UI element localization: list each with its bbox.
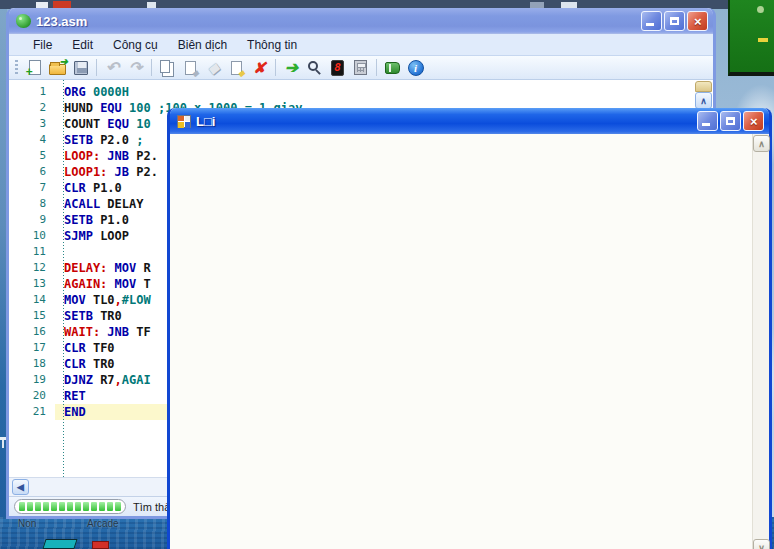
minimize-icon [646,23,654,26]
line-number: 10 [9,228,55,244]
splitter-grip[interactable] [695,81,712,92]
line-number: 16 [9,324,55,340]
toolbar-separator [275,59,276,76]
menu-item-file[interactable]: File [23,36,62,54]
line-number: 4 [9,132,55,148]
form-icon [177,115,191,128]
line-number: 19 [9,372,55,388]
line-number: 12 [9,260,55,276]
close-icon: × [750,115,758,128]
scroll-left-button[interactable]: ◀ [12,479,29,495]
menu-item-cong-cu[interactable]: Công cụ [103,36,168,54]
menu-item-bien-dich[interactable]: Biên dịch [168,36,237,54]
run-icon[interactable] [280,57,303,79]
line-number: 7 [9,180,55,196]
progress-segment [59,502,65,511]
line-number: 15 [9,308,55,324]
title-bar[interactable]: 123.asm × [9,8,713,34]
editor-vertical-scrollbar[interactable]: ∧ [695,81,712,109]
scroll-up-button[interactable]: ∧ [695,92,712,109]
book-icon[interactable] [381,57,404,79]
menu-item-thong-tin[interactable]: Thông tin [237,36,307,54]
menu-bar: FileEditCông cụBiên dịchThông tin [9,34,713,56]
desktop-icon-fragment [2,440,4,448]
page-diamond-icon[interactable] [179,57,202,79]
desktop-icon[interactable] [92,541,109,549]
line-number: 6 [9,164,55,180]
progress-segment [27,502,33,511]
dialog-vertical-scrollbar[interactable]: ∧ ∨ [752,134,769,549]
green-window-detail [758,38,768,42]
desktop: NonArcade 123.asm × FileEditCông cụBiên … [0,0,774,549]
redo-icon[interactable] [124,57,147,79]
minimize-icon [702,123,710,126]
save-icon[interactable] [69,57,92,79]
background-close-sliver [53,1,71,8]
minimize-button[interactable] [641,11,662,31]
maximize-button[interactable] [664,11,685,31]
open-file-icon[interactable] [46,57,69,79]
toolbar-separator [151,59,152,76]
progress-segment [43,502,49,511]
menu-item-edit[interactable]: Edit [62,36,103,54]
line-number: 21 [9,404,55,420]
line-number: 18 [9,356,55,372]
progress-segment [67,502,73,511]
progress-segment [51,502,57,511]
desktop-icon[interactable] [42,539,77,549]
dialog-minimize-button[interactable] [697,111,718,131]
seven-segment-icon[interactable] [326,57,349,79]
desktop-icon-label[interactable]: Non [18,518,36,529]
line-number: 8 [9,196,55,212]
progress-segment [83,502,89,511]
toolbar [9,56,713,80]
progress-bar [14,499,126,514]
line-number: 20 [9,388,55,404]
background-green-window[interactable] [728,0,774,76]
code-text: ORG 0000H [55,84,713,100]
calculator-icon[interactable] [349,57,372,79]
line-number: 13 [9,276,55,292]
app-icon [16,14,31,28]
dialog-close-button[interactable]: × [743,111,764,131]
window-title: 123.asm [36,14,641,29]
line-number: 2 [9,100,55,116]
progress-segment [91,502,97,511]
code-line: 1ORG 0000H [9,84,713,100]
maximize-icon [670,17,679,25]
copy-icon[interactable] [156,57,179,79]
maximize-icon [726,117,735,125]
new-file-icon[interactable] [23,57,46,79]
info-icon[interactable] [404,57,427,79]
toolbar-grip[interactable] [15,60,18,76]
undo-icon[interactable] [101,57,124,79]
scroll-up-button[interactable]: ∧ [753,135,770,152]
line-number: 17 [9,340,55,356]
dialog-title: L□i [196,114,697,129]
progress-segment [19,502,25,511]
search-icon[interactable] [303,57,326,79]
line-number: 3 [9,116,55,132]
progress-segment [35,502,41,511]
desktop-icon-label[interactable]: Arcade [87,518,119,529]
toolbar-separator [96,59,97,76]
diamond-icon[interactable] [202,57,225,79]
dialog-maximize-button[interactable] [720,111,741,131]
gutter-divider [63,80,64,477]
close-button[interactable]: × [687,11,708,31]
progress-segment [107,502,113,511]
progress-segment [75,502,81,511]
progress-segment [99,502,105,511]
error-dialog: L□i × ∧ ∨ [167,108,772,549]
line-number: 14 [9,292,55,308]
line-number: 5 [9,148,55,164]
line-number: 1 [9,84,55,100]
scroll-down-button[interactable]: ∨ [753,539,770,549]
line-number: 11 [9,244,55,260]
page-tag-icon[interactable] [225,57,248,79]
dialog-title-bar[interactable]: L□i × [170,108,769,134]
delete-icon[interactable] [248,57,271,79]
progress-segment [115,502,121,511]
close-icon: × [694,15,702,28]
line-number: 9 [9,212,55,228]
